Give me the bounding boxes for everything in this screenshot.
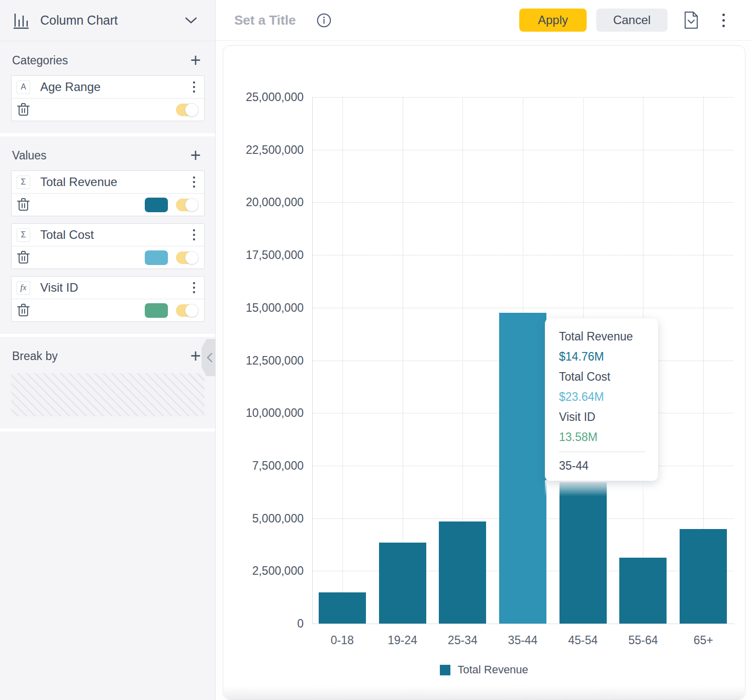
info-icon[interactable] <box>317 13 331 28</box>
x-gridline <box>342 97 343 624</box>
bar-19-24[interactable] <box>379 543 426 624</box>
chart-type-label: Column Chart <box>40 13 185 28</box>
value-item-menu-button[interactable] <box>191 174 197 190</box>
values-section: Values + Σ Total Revenue <box>0 136 215 337</box>
x-axis-tick-label: 35-44 <box>508 634 538 647</box>
value-enable-toggle[interactable] <box>176 251 198 264</box>
x-axis-tick-label: 55-64 <box>628 634 658 647</box>
sigma-icon: Σ <box>17 176 30 189</box>
y-axis-tick-label: 12,500,000 <box>228 354 304 367</box>
text-field-icon: A <box>17 80 30 94</box>
widget-header: Set a Title Apply Cancel <box>216 0 751 41</box>
y-axis-tick-label: 7,500,000 <box>228 459 304 472</box>
value-enable-toggle[interactable] <box>176 199 198 211</box>
tooltip-series-label: Total Cost <box>559 367 645 387</box>
y-axis-tick-label: 17,500,000 <box>228 248 304 262</box>
value-item-menu-button[interactable] <box>191 227 197 242</box>
tooltip-series-label: Visit ID <box>559 407 645 427</box>
values-title: Values <box>12 149 47 162</box>
widget-title-input[interactable]: Set a Title <box>234 13 296 28</box>
add-break-by-button[interactable]: + <box>187 348 204 364</box>
chart-card: 02,500,0005,000,0007,500,00010,000,00012… <box>223 45 745 700</box>
y-axis-tick-label: 5,000,000 <box>228 511 304 525</box>
chevron-left-icon <box>207 353 213 363</box>
sidebar-empty-area <box>0 431 215 700</box>
column-chart-icon <box>12 11 31 30</box>
cancel-button[interactable]: Cancel <box>596 9 668 32</box>
trash-icon[interactable] <box>17 198 30 212</box>
x-axis-tick-label: 25-34 <box>448 634 478 647</box>
value-item-menu-button[interactable] <box>191 280 197 295</box>
more-options-button[interactable] <box>722 14 725 27</box>
collapse-panel-handle[interactable] <box>202 339 216 376</box>
category-item-age-range: A Age Range <box>11 75 205 121</box>
break-by-dropzone[interactable] <box>11 373 205 416</box>
chevron-down-icon <box>185 17 197 24</box>
bar-45-54[interactable] <box>559 482 607 624</box>
value-item-label: Total Revenue <box>40 175 191 189</box>
export-document-icon[interactable] <box>683 11 699 29</box>
series-color-swatch[interactable] <box>145 250 168 265</box>
apply-button[interactable]: Apply <box>519 9 587 32</box>
break-by-title: Break by <box>12 349 58 363</box>
category-item-label: Age Range <box>40 80 191 94</box>
y-axis-tick-label: 25,000,000 <box>228 91 304 104</box>
y-axis-tick-label: 20,000,000 <box>228 196 304 209</box>
trash-icon[interactable] <box>17 303 30 317</box>
tooltip-series-value: $23.64M <box>559 387 645 407</box>
chart-canvas: 02,500,0005,000,0007,500,00010,000,00012… <box>216 41 751 700</box>
edit-panel: Column Chart Categories + A Age Range <box>0 0 216 700</box>
y-axis-tick-label: 0 <box>228 617 304 631</box>
sigma-icon: Σ <box>17 228 30 242</box>
value-item-label: Total Cost <box>40 228 191 242</box>
bar-25-34[interactable] <box>439 521 486 624</box>
legend-label[interactable]: Total Revenue <box>457 663 528 676</box>
value-item-total-revenue: Σ Total Revenue <box>11 170 205 216</box>
add-category-button[interactable]: + <box>187 52 204 68</box>
category-enable-toggle[interactable] <box>176 104 198 116</box>
value-enable-toggle[interactable] <box>176 304 198 317</box>
legend-swatch[interactable] <box>440 665 450 675</box>
chart-tooltip: Total Revenue $14.76M Total Cost $23.64M… <box>545 318 658 481</box>
y-axis-tick-label: 10,000,000 <box>228 406 304 420</box>
chart-legend: Total Revenue <box>223 663 745 676</box>
add-value-button[interactable]: + <box>187 147 204 163</box>
chart-type-selector[interactable]: Column Chart <box>0 0 215 41</box>
categories-title: Categories <box>12 54 68 67</box>
trash-icon[interactable] <box>17 250 30 265</box>
categories-section: Categories + A Age Range <box>0 41 215 136</box>
y-axis-tick-label: 22,500,000 <box>228 143 304 156</box>
bar-55-64[interactable] <box>619 558 667 624</box>
bar-65+[interactable] <box>680 529 727 624</box>
break-by-section: Break by + <box>0 337 215 431</box>
x-axis-tick-label: 45-54 <box>568 634 598 647</box>
x-axis-tick-label: 19-24 <box>388 634 417 647</box>
y-axis-tick-label: 2,500,000 <box>228 564 304 578</box>
bar-0-18[interactable] <box>319 592 366 624</box>
trash-icon[interactable] <box>17 103 30 117</box>
x-axis-tick-label: 65+ <box>694 634 713 647</box>
x-axis-tick-label: 0-18 <box>331 634 354 647</box>
bar-35-44[interactable] <box>499 313 546 624</box>
card-bottom-fade <box>224 686 744 699</box>
x-axis-line <box>312 624 735 624</box>
tooltip-series-value: 13.58M <box>559 427 645 447</box>
series-color-swatch[interactable] <box>145 303 168 318</box>
y-axis-tick-label: 15,000,000 <box>228 301 304 314</box>
tooltip-series-label: Total Revenue <box>559 326 645 346</box>
category-item-menu-button[interactable] <box>191 79 197 95</box>
tooltip-category: 35-44 <box>559 454 645 477</box>
value-item-total-cost: Σ Total Cost <box>11 223 205 269</box>
tooltip-divider <box>559 452 645 452</box>
value-item-label: Visit ID <box>40 281 191 295</box>
tooltip-series-value: $14.76M <box>559 346 645 367</box>
formula-icon: fx <box>17 281 30 295</box>
value-item-visit-id: fx Visit ID <box>11 276 205 322</box>
series-color-swatch[interactable] <box>145 198 168 212</box>
